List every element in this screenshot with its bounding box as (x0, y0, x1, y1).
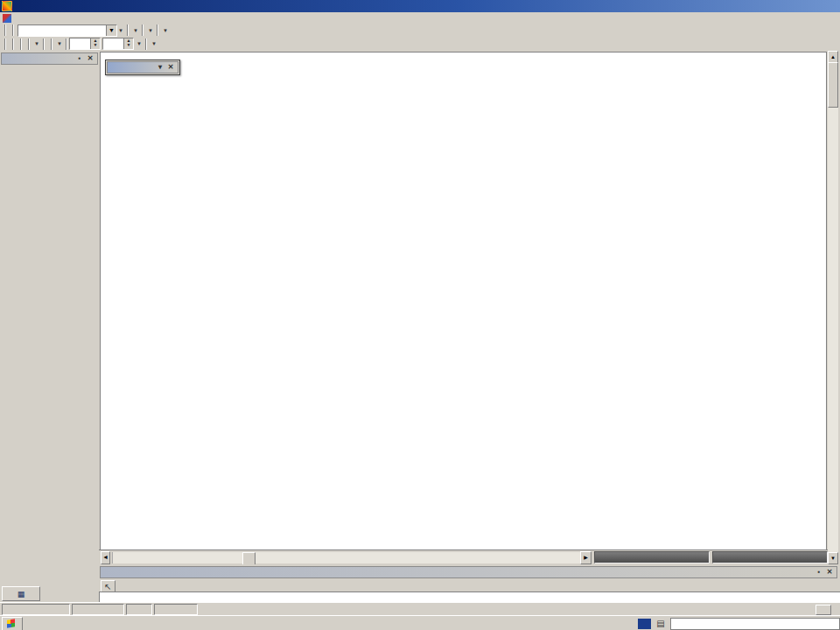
scroll-right-icon[interactable]: ▶ (580, 551, 592, 564)
command-panel: ▪ ✕ ↖ (99, 564, 838, 592)
application-window: ▼ ▾ ▾ ▾ ▾ ▾ ▾ ▲▼ ▲ (0, 0, 840, 630)
system-tray: ▤ (638, 618, 840, 630)
pin-icon[interactable]: ▪ (74, 53, 85, 64)
windows-flag-icon (7, 619, 15, 627)
spinner-arrows-icon[interactable]: ▲▼ (90, 38, 100, 49)
toolbar-standard: ▼ ▾ ▾ ▾ ▾ (0, 24, 840, 37)
command-panel-header: ▪ ✕ (100, 566, 837, 578)
status-bar (0, 602, 840, 616)
pin-icon[interactable]: ▪ (814, 567, 824, 578)
close-icon[interactable]: ✕ (165, 62, 176, 73)
scroll-down-icon[interactable]: ▼ (828, 552, 838, 564)
status-plane (154, 604, 198, 615)
project-combo[interactable]: ▼ (18, 24, 117, 37)
palette-header: ▾ ✕ (107, 61, 178, 74)
structural-model-3d (101, 52, 826, 550)
taskbar: ▤ (0, 615, 840, 630)
start-button[interactable] (2, 617, 23, 630)
vertical-scrollbar[interactable]: ▲ ▼ (828, 51, 838, 564)
spinner-arrows-icon[interactable]: ▲▼ (123, 38, 133, 49)
horizontal-scrollbar[interactable] (112, 552, 580, 564)
viewport-bottom-bar: ◄ ▶ (99, 550, 828, 564)
scale-spinner[interactable]: ▲▼ (102, 38, 134, 50)
language-indicator[interactable] (638, 619, 651, 629)
close-icon[interactable]: ✕ (85, 53, 95, 64)
panel-tab-icon: ▦ (18, 590, 25, 598)
combo-dropdown-icon[interactable]: ▼ (106, 25, 116, 36)
status-cell-empty2 (72, 604, 124, 615)
printer-icon[interactable]: ▤ (654, 619, 667, 628)
chevron-down-icon[interactable]: ▾ (155, 62, 165, 73)
menu-bar (0, 12, 840, 24)
view-palette: ▾ ✕ (105, 60, 180, 75)
overflow-icon[interactable]: ▾ (136, 40, 143, 47)
status-state (200, 605, 275, 614)
scroll-up-icon[interactable]: ▲ (828, 51, 838, 63)
sidebar-panel: ▪ ✕ ▦ (0, 51, 100, 602)
snap-mode-button[interactable] (816, 605, 831, 615)
status-unit (126, 604, 152, 615)
close-icon[interactable]: ✕ (824, 567, 835, 578)
docked-panel-tab[interactable]: ▦ (2, 586, 40, 601)
sidebar-header: ▪ ✕ (1, 52, 98, 65)
overflow-icon[interactable]: ▾ (150, 40, 158, 47)
desktop-search-input[interactable] (670, 618, 840, 630)
title-bar (0, 0, 840, 12)
document-icon (3, 14, 11, 23)
overflow-icon[interactable]: ▾ (33, 40, 40, 47)
overflow-icon[interactable]: ▾ (132, 27, 139, 34)
scrollbar-thumb[interactable] (242, 552, 256, 565)
status-cell-empty1 (2, 604, 70, 615)
scrollbar-thumb[interactable] (828, 62, 838, 108)
status-box-1 (594, 551, 710, 564)
overflow-icon[interactable]: ▾ (162, 27, 169, 34)
app-icon (2, 1, 12, 11)
page-spinner[interactable]: ▲▼ (69, 38, 101, 50)
collapse-left-icon[interactable]: ◄ (101, 551, 110, 564)
viewport-area: ▾ ✕ ◄ ▶ (99, 51, 828, 564)
status-box-2 (712, 551, 828, 564)
overflow-icon[interactable]: ▾ (117, 27, 124, 34)
toolbar-structure: ▾ ▾ ▲▼ ▲▼ ▾ ▾ (0, 37, 840, 52)
graphics-viewport[interactable]: ▾ ✕ (100, 52, 827, 550)
overflow-icon[interactable]: ▾ (56, 40, 63, 47)
overflow-icon[interactable]: ▾ (147, 27, 154, 34)
